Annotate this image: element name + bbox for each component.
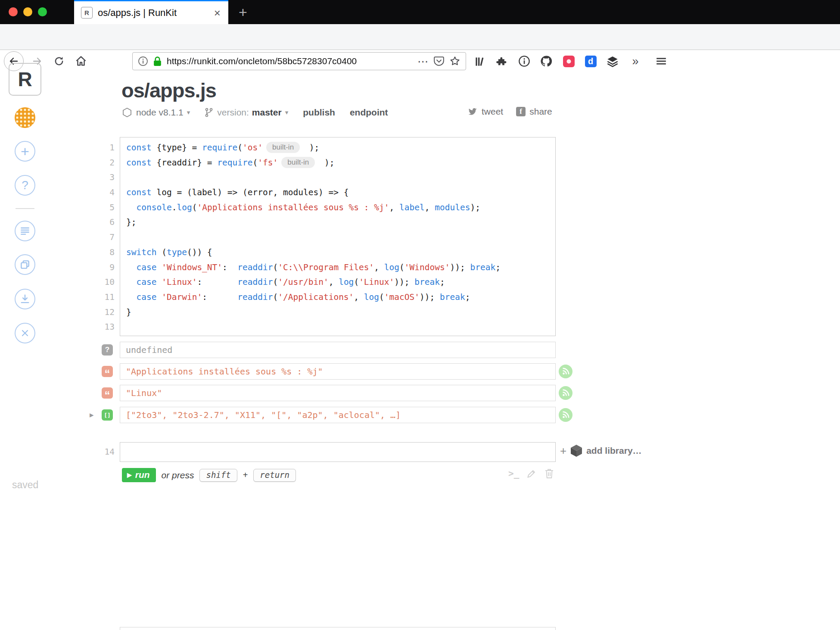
tab-favicon-icon: R [81,7,93,19]
red-extension-button[interactable] [561,54,576,68]
code-line: const log = (label) => (error, modules) … [126,185,553,200]
puzzle-piece-icon [496,55,508,67]
code-gutter: 12345678910111213 [65,140,115,335]
new-code-cell[interactable] [120,442,556,462]
home-button[interactable] [72,53,90,69]
builtin-badge: built-in [281,157,315,168]
endpoint-button[interactable]: endpoint [350,107,388,118]
expand-toggle-icon[interactable]: ▸ [90,410,94,420]
tweet-button[interactable]: tweet [467,106,503,117]
rss-feed-icon[interactable] [558,386,573,400]
run-label: run [135,470,150,480]
code-line [126,230,553,245]
pocket-icon[interactable] [433,56,445,67]
output-box: "Applications installées sous %s : %j" [120,363,556,380]
clone-notebook-button[interactable] [15,254,35,275]
library-button[interactable] [473,54,487,68]
line-number: 14 [65,447,115,457]
line-number: 6 [65,215,115,230]
notebook-meta-row: node v8.1.1 ▾ version: master ▾ publish … [122,106,388,119]
devdocs-icon: d [585,56,597,67]
zoom-window-button[interactable] [38,7,47,16]
string-type-icon: “ [102,387,113,399]
chevron-down-icon[interactable]: ▾ [285,109,289,116]
runkit-logo[interactable]: R [9,63,41,96]
output-text: "Linux" [126,388,162,398]
share-button[interactable]: f share [516,106,552,117]
cell-tools: >_ [508,468,554,479]
devdocs-button[interactable]: d [583,54,598,68]
output-text: "Applications installées sous %s : %j" [126,366,323,377]
code-line: case 'Linux': readdir('/usr/bin', log('L… [126,275,553,290]
notebook-list-button[interactable] [15,221,35,241]
home-icon [75,55,87,67]
builtin-badge: built-in [266,142,300,153]
hamburger-icon [656,56,667,67]
publish-button[interactable]: publish [303,107,335,118]
run-button[interactable]: ▶ run [122,468,156,482]
overflow-chevrons-icon: » [632,55,638,68]
new-notebook-button[interactable]: + [15,141,35,162]
sidebar-divider [16,208,34,209]
browser-toolbar: https://runkit.com/oncletom/58bc5728307c… [0,24,840,50]
notebook-title[interactable]: os/apps.js [121,78,216,102]
bookmark-star-icon[interactable] [449,56,460,67]
array-type-icon: [] [102,409,113,421]
rss-feed-icon[interactable] [558,408,573,422]
line-number: 12 [65,305,115,320]
code-line: const {readdir} = require('fs'built-in )… [126,156,553,171]
terminal-prompt-icon[interactable]: >_ [508,468,519,479]
page-actions-icon[interactable]: ⋯ [417,55,429,68]
version-selector[interactable]: master [252,107,282,118]
duplicate-icon [19,259,31,270]
new-tab-button[interactable]: + [234,3,252,21]
edit-pencil-icon[interactable] [526,468,537,479]
code-line: const {type} = require('os'built-in ); [126,140,553,156]
code-lines[interactable]: const {type} = require('os'built-in );co… [126,140,553,335]
chevron-down-icon[interactable]: ▾ [187,109,190,116]
line-number: 8 [65,245,115,260]
add-library-button[interactable]: + add library… [560,444,642,458]
add-library-label: add library… [586,446,641,456]
output-row: “"Linux" [0,385,840,401]
browser-tab-strip: R os/apps.js | RunKit × + [0,0,840,24]
plus-icon: + [560,444,566,458]
url-text[interactable]: https://runkit.com/oncletom/58bc5728307c… [167,56,413,66]
site-info-icon[interactable] [138,56,148,66]
toolbar-overflow-button[interactable]: » [628,54,643,68]
node-version-selector[interactable]: node v8.1.1 [136,107,184,118]
browser-tab[interactable]: R os/apps.js | RunKit × [74,0,228,24]
url-bar[interactable]: https://runkit.com/oncletom/58bc5728307c… [132,52,466,70]
user-avatar[interactable] [15,107,35,128]
github-button[interactable] [539,54,554,68]
line-number: 1 [65,140,115,156]
close-window-button[interactable] [9,7,18,16]
shift-key-badge: shift [199,469,237,482]
minimize-window-button[interactable] [23,7,32,16]
code-line: console.log('Applications installées sou… [126,200,553,215]
code-line: switch (type()) { [126,245,553,260]
output-box: undefined [120,342,556,358]
download-icon [19,293,31,305]
output-row: ?undefined [0,342,840,358]
line-number: 5 [65,200,115,215]
info-circle-icon [518,55,530,67]
download-notebook-button[interactable] [15,289,35,309]
info-extension-button[interactable] [517,54,532,68]
library-icon [474,56,486,67]
help-button[interactable]: ? [15,175,35,196]
red-extension-icon [563,56,575,67]
rss-feed-icon[interactable] [558,364,573,379]
line-number: 10 [65,275,115,290]
line-number: 3 [65,170,115,185]
package-cube-icon [570,444,583,458]
layers-button[interactable] [605,54,620,68]
reload-button[interactable] [51,54,67,69]
tab-close-icon[interactable]: × [213,7,221,19]
menu-button[interactable] [654,54,669,68]
trash-icon[interactable] [544,468,554,479]
delete-notebook-button[interactable] [15,323,35,343]
share-label: share [529,106,552,117]
extensions-button[interactable] [495,54,509,68]
layers-icon [607,55,619,67]
